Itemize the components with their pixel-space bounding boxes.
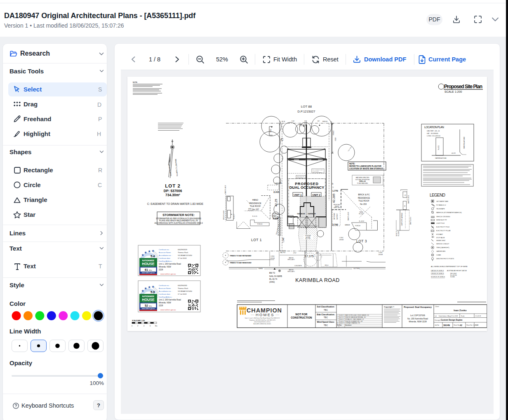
- svg-text:CONCRETE: CONCRETE: [294, 265, 302, 267]
- svg-text:Scale:: Scale:: [461, 315, 465, 317]
- svg-text:CARPORT: CARPORT: [336, 213, 338, 220]
- svg-text:M: M: [231, 214, 233, 215]
- svg-text:PLANS AND BASIX REQUIREMENTS A: PLANS AND BASIX REQUIREMENTS ALL IN: [159, 220, 198, 222]
- svg-text:CONC: CONC: [339, 237, 344, 239]
- svg-text:LIGHT POLE: LIGHT POLE: [436, 223, 445, 224]
- svg-text:ENERGY RATING SCHEME: ENERGY RATING SCHEME: [143, 301, 154, 302]
- svg-text:HATCHING DENOTES: HATCHING DENOTES: [356, 177, 369, 178]
- svg-text:SCIMS: SCIMS: [450, 276, 455, 278]
- svg-text:A: A: [337, 322, 338, 324]
- svg-text:TBC: TBC: [324, 316, 328, 319]
- svg-text:FENCE: FENCE: [322, 121, 328, 122]
- svg-text:VEHICLE CROSSING: VEHICLE CROSSING: [436, 216, 450, 218]
- svg-text:HOMES: HOMES: [256, 312, 274, 317]
- svg-text:STORMWATER AS PER HYDRAULICS E: STORMWATER AS PER HYDRAULICS ENGINEERS: [156, 218, 201, 220]
- svg-text:Dated above 4 Aug 6 Oct 2018: Dated above 4 Aug 6 Oct 2018: [439, 315, 458, 317]
- svg-text:BUILDER LICENCE No 53102C: BUILDER LICENCE No 53102C: [254, 323, 272, 325]
- svg-text:Thomas Rack: Thomas Rack: [178, 287, 188, 289]
- svg-text:TREES TO BE RETAINED: TREES TO BE RETAINED: [230, 255, 252, 257]
- svg-text:Assessor Name:: Assessor Name:: [159, 251, 171, 253]
- svg-text:Lot:: Lot:: [435, 315, 437, 317]
- svg-text:www.nathers.gov.au: www.nathers.gov.au: [141, 308, 155, 310]
- svg-text:SEWER VENT: SEWER VENT: [436, 240, 445, 242]
- svg-text:RL 43.80: RL 43.80: [398, 231, 400, 236]
- svg-text:Accreditation no. :: Accreditation no. :: [159, 254, 172, 256]
- svg-text:SOURCE OF LEVELS: SOURCE OF LEVELS: [431, 276, 445, 278]
- svg-text:LOCATION PLAN: LOCATION PLAN: [424, 125, 444, 129]
- svg-text:2228: 2228: [159, 305, 163, 307]
- svg-text:11°: 11°: [304, 120, 306, 122]
- svg-text:UNIT 2: UNIT 2: [312, 193, 320, 196]
- svg-text:TBC: TBC: [324, 324, 328, 326]
- svg-text:FLOOR DEPT: FLOOR DEPT: [297, 177, 303, 178]
- svg-text:★: ★: [144, 287, 147, 290]
- svg-text:2,792: 2,792: [332, 223, 338, 226]
- svg-text:CONTRACT DRAWINGS - PN: CONTRACT DRAWINGS - PN: [346, 322, 360, 324]
- svg-text:Accreditation no. :: Accreditation no. :: [159, 290, 172, 292]
- svg-text:EAST ELEV #: EAST ELEV #: [410, 217, 412, 225]
- svg-text:LOT 88: LOT 88: [301, 105, 312, 108]
- svg-text:HOUSE: HOUSE: [142, 298, 155, 302]
- svg-text:A2: A2: [460, 324, 462, 326]
- svg-text:W/RET SMT: W/RET SMT: [334, 207, 340, 209]
- svg-text:24: 24: [405, 195, 406, 196]
- svg-text:MAGNETIC NORTH: MAGNETIC NORTH: [175, 159, 179, 176]
- svg-text:KARIMBLA ROAD: KARIMBLA ROAD: [435, 157, 447, 159]
- svg-text:DRIVE: DRIVE: [270, 258, 275, 259]
- svg-text:MASONS: MASONS: [289, 269, 294, 271]
- svg-text:Dwelling Address :: Dwelling Address :: [159, 260, 173, 262]
- svg-text:270°: 270°: [293, 252, 297, 254]
- svg-text:Unit 2, 155 Karimbla Road: Unit 2, 155 Karimbla Road: [159, 299, 181, 301]
- svg-text:Miranda, NSW: Miranda, NSW: [159, 266, 172, 268]
- svg-text:61: 61: [145, 268, 148, 271]
- svg-text:NAIL IN KERB: NAIL IN KERB: [269, 275, 282, 277]
- svg-text:TELEGRAPH: TELEGRAPH: [436, 208, 445, 210]
- svg-text:0002963319: 0002963319: [178, 249, 187, 251]
- svg-text:CONC: CONC: [270, 256, 275, 257]
- svg-text:GARAGE: GARAGE: [308, 213, 315, 215]
- svg-text:UNIT 1: UNIT 1: [294, 193, 302, 196]
- svg-text:★: ★: [148, 250, 151, 253]
- svg-text:17,375: 17,375: [305, 255, 314, 258]
- svg-text:1:1.02.18: 1:1.02.18: [475, 315, 481, 317]
- svg-text:10.08.18: 10.08.18: [339, 314, 344, 316]
- svg-text:RAIL FCE: RAIL FCE: [280, 252, 286, 253]
- svg-text:44.229: 44.229: [452, 153, 456, 154]
- svg-text:KARIMBLA ROAD: KARIMBLA ROAD: [463, 136, 465, 149]
- svg-text:No 155: No 155: [438, 145, 440, 150]
- svg-text:MASONS: MASONS: [289, 257, 294, 259]
- svg-text:17°: 17°: [305, 252, 307, 254]
- svg-text:21.06.18: 21.06.18: [339, 321, 344, 322]
- svg-text:DWELL 46: DWELL 46: [359, 181, 366, 182]
- svg-text:3914N: 3914N: [443, 324, 450, 326]
- svg-text:C: C: [281, 137, 284, 141]
- svg-text:TREE (DIA/HEIGHT): TREE (DIA/HEIGHT): [436, 247, 449, 249]
- svg-text:★: ★: [141, 253, 144, 256]
- svg-text:DUAL OCCUPANCY: DUAL OCCUPANCY: [289, 185, 325, 190]
- svg-text:2228: 2228: [159, 269, 163, 271]
- svg-text:Sheet No:: Sheet No:: [454, 324, 460, 326]
- svg-text:7,048: 7,048: [282, 238, 285, 243]
- svg-text:HYDRANT: HYDRANT: [436, 234, 443, 235]
- svg-text:www.championhomes.com.au: www.championhomes.com.au: [254, 321, 270, 323]
- svg-text:No. 155 Karimbla Road: No. 155 Karimbla Road: [407, 318, 428, 320]
- svg-text:FL 43.92: FL 43.92: [359, 221, 365, 222]
- svg-text:MANHOLE (STORMWATER MANHOLE): MANHOLE (STORMWATER MANHOLE): [436, 212, 462, 214]
- svg-text:GET WATER TANK: GET WATER TANK: [436, 201, 449, 202]
- svg-text:ENERGY RATING SCHEME: ENERGY RATING SCHEME: [143, 265, 154, 266]
- svg-text:SCALE 1:200: SCALE 1:200: [444, 90, 462, 93]
- svg-text:ORIGIN OF LEVELS: ORIGIN OF LEVELS: [431, 273, 444, 275]
- svg-text:www.nathers.gov.au: www.nathers.gov.au: [141, 272, 155, 274]
- svg-text:11': 11': [332, 186, 334, 188]
- svg-text:N3 43.73: N3 43.73: [396, 231, 397, 236]
- svg-text:GARAGE: GARAGE: [345, 224, 350, 226]
- svg-text:Copyright ©: Copyright ©: [384, 306, 395, 308]
- svg-text:Certificate date:: Certificate date:: [159, 257, 171, 259]
- svg-text:Proposed: Dual Occupancy: Proposed: Dual Occupancy: [404, 306, 432, 308]
- svg-text:HBNO: HBNO: [252, 199, 259, 201]
- svg-text:KERB: KERB: [259, 268, 263, 270]
- svg-text:SHED: SHED: [270, 129, 272, 132]
- svg-text:DATUM OF LEVELS: DATUM OF LEVELS: [431, 270, 444, 272]
- svg-text:CARPORT GARAGE: CARPORT GARAGE: [401, 212, 403, 226]
- svg-text:★: ★: [148, 286, 151, 289]
